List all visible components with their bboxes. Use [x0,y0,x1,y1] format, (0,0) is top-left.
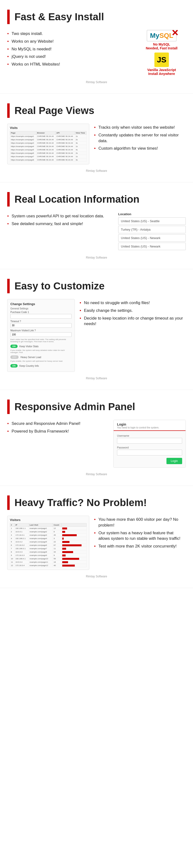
username-label: Username [117,434,182,437]
list-item: Tracks only when visitor sees the websit… [94,124,186,131]
table-row: 510.0.0.2example.com/page522 [10,540,87,544]
table-row: https://example.com/page6CHROME 90.34.44… [10,152,87,155]
list-item: Two steps install. [7,30,133,38]
js-badge-box: JS Vanilla JavaScript Install Anywhere [147,53,176,76]
real-page-views-title: Real Page Views [15,105,94,116]
table-cell: https://example.com/page2 [10,138,36,142]
list-item: Decide to keep location info or change t… [80,314,186,328]
table-cell: 1s [75,155,86,158]
timeout-input[interactable] [10,323,72,328]
table-cell: 192.168.1.1 [15,527,29,530]
username-input[interactable] [117,438,182,444]
table-cell: 3s [75,142,86,145]
keep-country-info-toggle-row: ON Keep Country Info [10,364,72,368]
table-cell: 2s [75,138,86,142]
responsive-admin-section: Responsive Admin Panel Secure and Respon… [0,390,193,486]
table-cell: CHROME 90.34.44 [36,135,55,138]
table-cell: example.com/page4 [29,537,53,540]
bar-cell [61,547,87,550]
table-cell: example.com/page11 [29,560,53,564]
table-cell: https://example.com/page5 [10,148,36,152]
toggle-off-badge[interactable]: OFF [10,355,19,359]
table-cell: 40 [53,564,61,567]
table-cell: 5 [10,540,15,544]
list-item: Our system has a heavy load feature that… [94,529,186,543]
table-cell: 192.168.2.1 [15,537,29,540]
table-row: 10192.168.4.1example.com/page1055 [10,557,87,560]
table-cell: 192.168.4.1 [15,557,29,560]
settings-title: Change Settings [10,302,72,306]
table-row: https://example.com/page3CHROME 90.34.44… [10,142,87,145]
list-item: Test with more than 2K visitor concurren… [94,542,186,550]
table-cell: 1s [75,145,86,148]
table-cell: https://example.com/page4 [10,145,36,148]
max-visited-input[interactable] [10,332,72,337]
table-row: https://example.com/page1CHROME 90.34.44… [10,135,87,138]
table-cell: 34 [53,550,61,554]
col-last-visit: Last Visit [29,523,53,527]
login-button[interactable]: Login [166,458,182,464]
table-cell: 172.16.0.3 [15,554,29,557]
bar-cell [61,537,87,540]
col-ip: IP [15,523,29,527]
table-row: 4192.168.2.1example.com/page43 [10,537,87,540]
fast-install-title: Fast & Easy Install [15,11,104,23]
rimtay-credit: Rimtay Software [7,256,186,262]
bar-cell [61,564,87,567]
table-row: https://example.com/page7CHROME 90.34.44… [10,155,87,158]
table-cell: 3s [75,158,86,162]
location-label: Location [118,212,186,216]
max-visited-label: Maximum Visited Link ? [10,329,72,332]
toggle-on-badge[interactable]: ON [10,345,18,348]
visits-mini-table: Page Browser API View Time https://examp… [10,131,87,162]
red-accent-bar [7,103,10,118]
table-cell: 172.16.0.2 [15,544,29,547]
col-count: Count [53,523,61,527]
table-cell: 10.0.0.1 [15,530,29,533]
password-input[interactable] [117,450,182,456]
location-row: United States (US) - Seattle [118,217,186,225]
mysql-logo: MySQL ✕ [147,30,176,41]
traffic-bullets: You have more than 600 visitor per day? … [94,516,186,550]
red-accent-bar [7,10,10,24]
table-cell: 192.168.3.1 [15,547,29,550]
table-row: 12172.16.0.4example.com/page1240 [10,564,87,567]
purchase-code-label: Purchase Code 1 [10,311,72,313]
table-cell: https://example.com/page8 [10,158,36,162]
toggle-on-badge[interactable]: ON [10,364,18,368]
table-row: https://example.com/page8CHROME 90.34.44… [10,158,87,162]
login-title: Login [117,423,182,426]
table-cell: CHROME 90.34.44 [55,138,75,142]
table-row: 210.0.0.1example.com/page28 [10,530,87,533]
traffic-list: You have more than 600 visitor per day? … [94,516,186,550]
table-cell: example.com/page12 [29,564,53,567]
table-cell: 18 [53,560,61,564]
table-row: 1192.168.1.1example.com/page112 [10,527,87,530]
heavy-traffic-title: Heavy Traffic? No Problem! [15,497,147,508]
red-accent-bar [7,192,10,207]
table-row: 3172.16.0.1example.com/page345 [10,533,87,537]
table-cell: CHROME 90.34.44 [36,155,55,158]
list-item: jQuery is not used! [7,53,133,61]
page-views-bullets: Tracks only when visitor sees the websit… [94,124,186,152]
table-cell: 9 [10,554,15,557]
purchase-code-input[interactable] [10,314,72,318]
table-cell: CHROME 90.34.44 [55,145,75,148]
table-cell: 4s [75,148,86,152]
table-cell: example.com/page5 [29,540,53,544]
list-item: System uses powerful API to get real loc… [7,212,111,220]
table-cell: example.com/page8 [29,550,53,554]
keep-country-info-label: Keep Country Info [20,365,39,367]
list-item: You have more than 600 visitor per day? … [94,516,186,529]
table-cell: 11 [10,560,15,564]
admin-bullets: Secure and Responsive Admin Panel! Power… [7,420,109,435]
col-num: # [10,523,15,527]
fast-install-section: Fast & Easy Install Two steps install. W… [0,0,193,94]
list-item: Constantly updates the server for real v… [94,131,186,145]
bar-cell [61,544,87,547]
keep-visitor-stats-toggle-row: ON Keep Visitor Stats [10,345,72,348]
table-cell: CHROME 90.34.44 [36,138,55,142]
responsive-admin-title: Responsive Admin Panel [15,401,135,412]
col-browser: Browser [36,131,55,135]
list-item: See detailed summary, fast and simple! [7,220,111,228]
